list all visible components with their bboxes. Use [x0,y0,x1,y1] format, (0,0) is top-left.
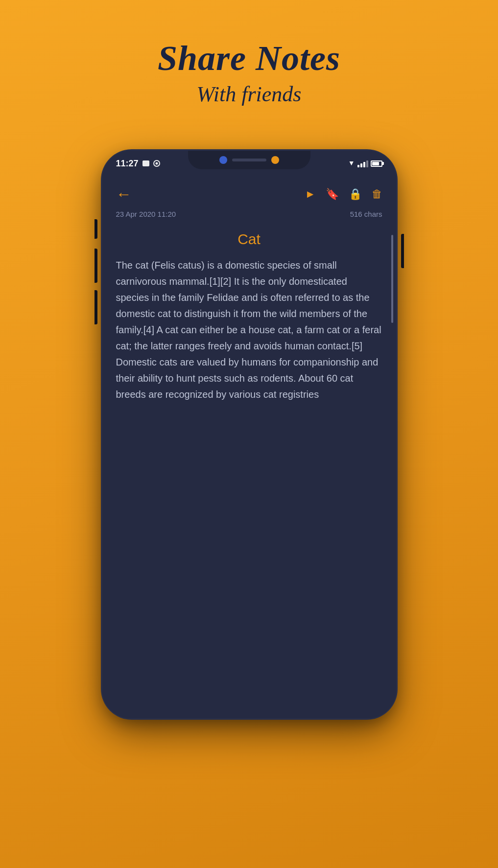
signal-icon [357,160,368,167]
phone-mockup: 11:27 ▼ [97,146,401,733]
back-button[interactable]: ← [116,185,132,203]
wifi-icon: ▼ [348,160,355,167]
header-section: Share Notes With friends [97,39,401,107]
delete-button[interactable]: 🗑 [372,188,382,201]
right-status-icons: ▼ [348,160,382,167]
vpn-icon [153,160,160,167]
sub-title: With friends [97,82,401,107]
notch [188,151,310,169]
sim-card-icon [142,160,149,166]
lock-button[interactable]: 🔒 [349,188,362,201]
note-char-count: 516 chars [350,210,382,218]
battery-icon [371,160,382,167]
note-date: 23 Apr 2020 11:20 [116,210,176,218]
scroll-indicator [391,235,393,323]
note-body: The cat (Felis catus) is a domestic spec… [102,257,396,403]
note-metadata: 23 Apr 2020 11:20 516 chars [102,208,396,226]
notch-dot-left [219,156,227,164]
note-title: Cat [102,226,396,257]
volume-down-button [95,290,97,324]
phone-shell: 11:27 ▼ [102,151,396,718]
share-button[interactable]: ► [305,188,316,201]
volume-up-button [95,249,97,283]
power-button [401,234,404,268]
page-background: Share Notes With friends 11:27 [97,0,401,733]
notch-dot-right [271,156,279,164]
action-bar: ← ► 🔖 🔒 🗑 [102,176,396,208]
volume-silent-button [95,219,97,239]
main-title: Share Notes [97,39,401,78]
toolbar-icons: ► 🔖 🔒 🗑 [305,188,382,201]
phone-screen: 11:27 ▼ [102,151,396,718]
bookmark-button[interactable]: 🔖 [326,188,339,201]
app-screen: ← ► 🔖 🔒 🗑 23 Apr 2020 11:20 516 chars [102,176,396,718]
notch-bar [232,159,266,161]
status-time: 11:27 [116,159,139,169]
